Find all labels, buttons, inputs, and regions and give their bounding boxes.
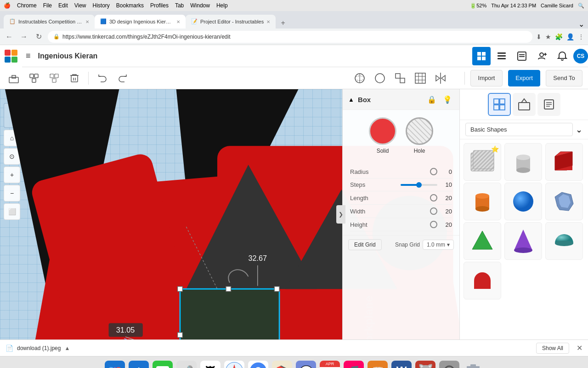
import-button[interactable]: Import [470,70,503,86]
dock-books[interactable]: 📖 [367,360,389,368]
panel-expand-button[interactable]: ❯ [336,205,345,224]
dock-appstore[interactable]: A [128,360,150,368]
add-user-button[interactable] [533,47,551,65]
dock-word2[interactable]: 🐺 [414,360,436,368]
new-workplane-button[interactable] [6,70,22,86]
new-tab-button[interactable]: + [277,17,288,29]
address-field[interactable]: 🔒 https://www.tinkercad.com/things/eZJth… [48,31,532,43]
browser-tab-project-editor[interactable]: 📝 Project Editor - Instructables ✕ [186,15,276,29]
menu-window[interactable]: Window [190,2,210,9]
shape-item-box-red[interactable] [545,143,583,181]
tab-close-project-icon[interactable]: ✕ [266,19,270,24]
back-button[interactable]: ← [4,33,15,41]
dock-safari[interactable] [223,360,245,368]
menu-help[interactable]: Help [216,2,228,9]
refresh-button[interactable]: ↻ [33,32,44,41]
dock-photos[interactable]: 🖼 [199,360,221,368]
menu-tab[interactable]: Tab [175,2,184,9]
dock-messages[interactable] [152,360,174,368]
ungroup-button[interactable] [46,70,62,86]
dock-discord[interactable]: 💬 [295,360,317,368]
dock-trash[interactable] [462,360,484,368]
apple-menu[interactable]: 🍎 [4,2,11,9]
menu-history[interactable]: History [93,2,110,9]
menu-chrome[interactable]: Chrome [17,2,37,9]
shape-item-irregular-blue[interactable] [545,183,583,220]
edit-grid-button[interactable]: Edit Grid [348,239,382,250]
menu-view[interactable]: View [74,2,86,9]
length-toggle[interactable] [430,194,437,201]
forward-button[interactable]: → [18,33,29,41]
shape-item-red-partial[interactable] [464,262,501,299]
browser-tab-tinkercad[interactable]: 🟦 3D design Ingenious Kieran | T... ✕ [95,15,186,29]
notifications-button[interactable] [553,47,571,65]
view-flat-button[interactable] [371,69,389,87]
snap-value-selector[interactable]: 1.0 mm ▾ [423,240,454,250]
view-toggle-button[interactable] [391,69,409,87]
shapes-category-select[interactable]: Basic Shapes Letters Connectors [465,123,573,136]
dock-itunes[interactable]: 🎵 [343,360,365,368]
shape-item-cylinder[interactable] [504,143,542,181]
shape-item-cone-purple[interactable] [504,222,542,260]
delete-button[interactable] [66,70,83,86]
search-icon[interactable]: 🔍 [578,3,584,9]
grid-view-button[interactable] [472,47,491,65]
list-view-button[interactable] [492,47,511,65]
chrome-menu-icon[interactable]: ⋮ [578,33,584,40]
dock-calendar[interactable]: APR 14 [319,360,341,368]
hamburger-menu-button[interactable]: ≡ [22,51,34,61]
dock-kindle[interactable]: 📚 [271,360,293,368]
panel-collapse-button[interactable]: ▲ [348,96,354,103]
tab-close-icon[interactable]: ✕ [85,19,89,24]
view-grid-button[interactable] [411,69,430,87]
shape-item-box-diagonal[interactable]: ⭐ [464,143,501,181]
menu-profiles[interactable]: Profiles [150,2,169,9]
download-bar-close-icon[interactable]: ✕ [577,344,582,352]
tinkercad-logo[interactable] [0,45,22,67]
dock-word[interactable]: W [390,360,413,368]
lock-shape-button[interactable]: 🔒 [425,93,438,106]
steps-slider[interactable] [401,184,437,186]
shape-item-half-sphere-teal[interactable] [545,222,583,260]
steps-slider-thumb[interactable] [416,182,422,188]
shape-item-pyramid-green[interactable] [464,222,501,260]
tab-close-tinkercad-icon[interactable]: ✕ [176,19,180,24]
angle-view-button[interactable] [513,93,536,116]
browser-tab-instructables[interactable]: 📋 Instructables Competition | Sc... ✕ [4,15,95,29]
solid-option[interactable]: Solid [369,117,396,154]
projects-button[interactable] [513,47,531,65]
undo-button[interactable] [94,70,111,86]
dock-finder[interactable] [104,360,126,368]
group-button[interactable] [26,70,42,86]
bookmark-icon[interactable]: ★ [545,33,551,40]
tab-overflow[interactable]: ⌄ [578,20,584,29]
svg-point-88 [475,206,489,212]
menu-bookmarks[interactable]: Bookmarks [116,2,144,9]
radius-toggle[interactable] [430,168,437,175]
dock-system-prefs[interactable] [438,360,460,368]
dock-chrome[interactable] [247,360,269,368]
user-avatar[interactable]: CS [573,49,588,63]
extensions-icon[interactable]: 🧩 [555,33,563,40]
menu-edit[interactable]: Edit [58,2,68,9]
export-button[interactable]: Export [508,70,540,86]
hole-option[interactable]: Hole [406,117,433,154]
canvas-container[interactable]: TOP ⌂ ⊙ + − ⬜ [0,89,459,339]
width-toggle[interactable] [430,207,437,215]
shape-item-cylinder-orange[interactable] [464,183,501,220]
height-toggle[interactable] [430,221,437,228]
view-3d-button[interactable] [351,69,369,87]
view-mirror-button[interactable] [431,69,450,87]
shapes-view-button[interactable] [488,93,511,116]
show-all-button[interactable]: Show All [536,343,569,354]
note-view-button[interactable] [537,93,560,116]
redo-button[interactable] [114,70,131,86]
dock-siri[interactable]: 🎤 [175,360,198,368]
download-expand-icon[interactable]: ▲ [64,345,70,351]
download-icon[interactable]: ⬇ [536,33,542,40]
menu-file[interactable]: File [43,2,52,9]
profile-icon[interactable]: 👤 [566,33,574,40]
shape-item-sphere-blue[interactable] [504,183,542,220]
send-to-button[interactable]: Send To [546,70,582,86]
show-hide-button[interactable]: 💡 [441,93,454,106]
